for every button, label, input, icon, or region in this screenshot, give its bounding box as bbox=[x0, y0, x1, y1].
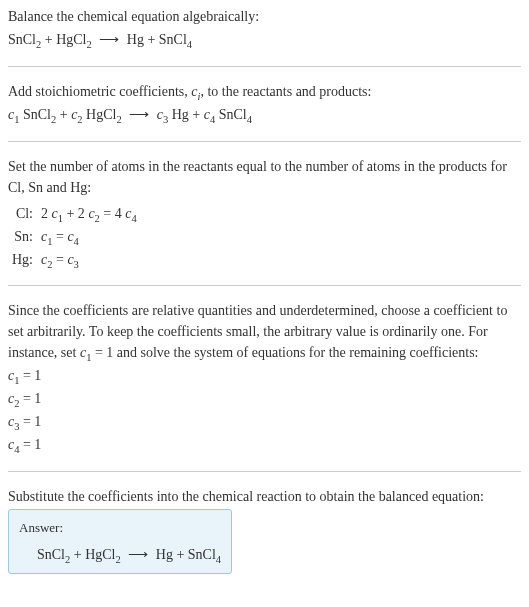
value: = 1 bbox=[19, 414, 41, 429]
reactant-1: SnCl bbox=[37, 547, 65, 562]
solution-line: c3 = 1 bbox=[8, 411, 521, 432]
answer-box: Answer: SnCl2 + HgCl2 ⟶ Hg + SnCl4 bbox=[8, 509, 232, 574]
plus: + bbox=[173, 547, 188, 562]
reactant-1: SnCl bbox=[8, 32, 36, 47]
reaction-arrow: ⟶ bbox=[99, 29, 119, 50]
product-2-sub: 4 bbox=[216, 553, 221, 564]
species: SnCl bbox=[19, 107, 51, 122]
balance-eq: c1 = c4 bbox=[37, 225, 141, 248]
text: 2 bbox=[41, 206, 52, 221]
species-sub: 2 bbox=[116, 114, 121, 125]
element-label: Sn: bbox=[8, 225, 37, 248]
text: Add stoichiometric coefficients, bbox=[8, 84, 191, 99]
var-sub: 3 bbox=[74, 259, 79, 270]
element-label: Cl: bbox=[8, 202, 37, 225]
table-row: Hg: c2 = c3 bbox=[8, 248, 141, 271]
product-2: SnCl bbox=[159, 32, 187, 47]
coeff-instruction: Add stoichiometric coefficients, ci, to … bbox=[8, 81, 521, 102]
substitute-instruction: Substitute the coefficients into the che… bbox=[8, 486, 521, 507]
problem-title: Balance the chemical equation algebraica… bbox=[8, 6, 521, 27]
product-2: SnCl bbox=[188, 547, 216, 562]
unbalanced-equation: SnCl2 + HgCl2 ⟶ Hg + SnCl4 bbox=[8, 29, 521, 50]
value: = 1 bbox=[19, 437, 41, 452]
product-1: Hg bbox=[127, 32, 144, 47]
text: , to the reactants and products: bbox=[200, 84, 371, 99]
species-sub: 4 bbox=[247, 114, 252, 125]
var-sub: 4 bbox=[74, 236, 79, 247]
solution-line: c2 = 1 bbox=[8, 388, 521, 409]
solution-line: c1 = 1 bbox=[8, 365, 521, 386]
section-atom-balance: Set the number of atoms in the reactants… bbox=[8, 156, 521, 286]
section-solve: Since the coefficients are relative quan… bbox=[8, 300, 521, 472]
text: = 1 and solve the system of equations fo… bbox=[91, 345, 478, 360]
product-1: Hg bbox=[156, 547, 173, 562]
reactant-2: HgCl bbox=[56, 32, 86, 47]
reactant-2-sub: 2 bbox=[87, 39, 92, 50]
text: = bbox=[52, 252, 67, 267]
reaction-arrow: ⟶ bbox=[128, 544, 148, 565]
text: = bbox=[52, 229, 67, 244]
species: Hg bbox=[168, 107, 189, 122]
plus: + bbox=[144, 32, 159, 47]
balance-eq: c2 = c3 bbox=[37, 248, 141, 271]
table-row: Sn: c1 = c4 bbox=[8, 225, 141, 248]
table-row: Cl: 2 c1 + 2 c2 = 4 c4 bbox=[8, 202, 141, 225]
value: = 1 bbox=[19, 391, 41, 406]
var-sub: 4 bbox=[131, 213, 136, 224]
plus: + bbox=[56, 107, 71, 122]
solve-instruction: Since the coefficients are relative quan… bbox=[8, 300, 521, 363]
reactant-2: HgCl bbox=[85, 547, 115, 562]
solution-line: c4 = 1 bbox=[8, 434, 521, 455]
product-2-sub: 4 bbox=[187, 39, 192, 50]
species: SnCl bbox=[215, 107, 247, 122]
balanced-equation: SnCl2 + HgCl2 ⟶ Hg + SnCl4 bbox=[19, 544, 221, 565]
balance-instruction: Set the number of atoms in the reactants… bbox=[8, 156, 521, 198]
plus: + bbox=[70, 547, 85, 562]
species: HgCl bbox=[83, 107, 117, 122]
value: = 1 bbox=[19, 368, 41, 383]
answer-label: Answer: bbox=[19, 518, 221, 538]
section-coefficients: Add stoichiometric coefficients, ci, to … bbox=[8, 81, 521, 142]
reaction-arrow: ⟶ bbox=[129, 104, 149, 125]
text: + 2 bbox=[63, 206, 88, 221]
plus: + bbox=[41, 32, 56, 47]
section-answer: Substitute the coefficients into the che… bbox=[8, 486, 521, 574]
element-label: Hg: bbox=[8, 248, 37, 271]
balance-eq: 2 c1 + 2 c2 = 4 c4 bbox=[37, 202, 141, 225]
reactant-2-sub: 2 bbox=[116, 553, 121, 564]
text: = 4 bbox=[100, 206, 125, 221]
atom-balance-table: Cl: 2 c1 + 2 c2 = 4 c4 Sn: c1 = c4 Hg: c… bbox=[8, 202, 141, 271]
plus: + bbox=[189, 107, 204, 122]
section-problem: Balance the chemical equation algebraica… bbox=[8, 6, 521, 67]
coeff-equation: c1 SnCl2 + c2 HgCl2 ⟶ c3 Hg + c4 SnCl4 bbox=[8, 104, 521, 125]
